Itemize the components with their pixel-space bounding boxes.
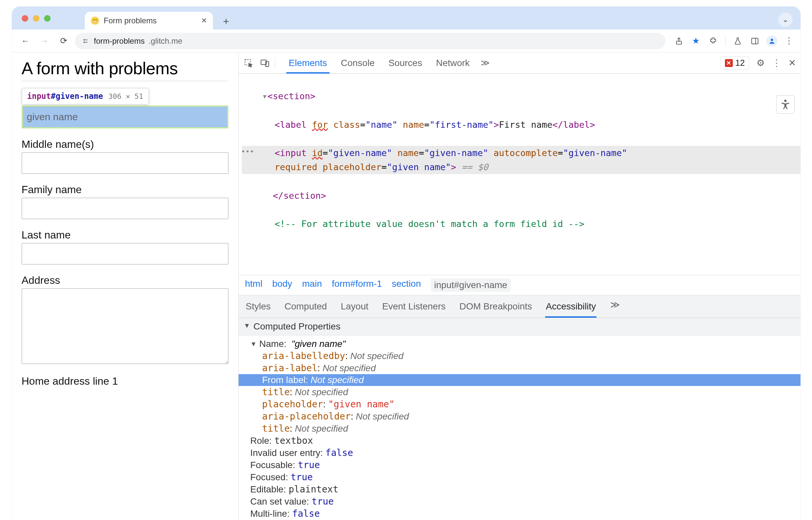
- window-controls: [22, 15, 51, 22]
- back-button[interactable]: ←: [18, 33, 33, 49]
- error-count-badge[interactable]: ✕ 12: [721, 56, 749, 70]
- side-panel-icon[interactable]: [749, 35, 760, 47]
- selected-dom-node[interactable]: •••<input id="given-name" name="given-na…: [242, 146, 801, 174]
- inspected-element-highlight: [22, 105, 228, 128]
- elements-subpanel-tabs: Styles Computed Layout Event Listeners D…: [238, 295, 801, 318]
- form-field-middle-name: Middle name(s): [22, 138, 228, 174]
- breadcrumb-item[interactable]: section: [392, 279, 421, 292]
- dom-breadcrumb: html body main form#form-1 section input…: [238, 275, 801, 295]
- form-field-family-name: Family name: [22, 184, 228, 219]
- profile-avatar[interactable]: [766, 35, 778, 47]
- browser-window: 😬 Form problems ✕ ＋ ⌄ ← → ⟳ form-problem…: [12, 6, 801, 520]
- family-name-label: Family name: [22, 184, 228, 196]
- tab-console[interactable]: Console: [338, 54, 377, 72]
- minimize-window-button[interactable]: [33, 15, 40, 22]
- address-bar[interactable]: form-problems.glitch.me: [75, 33, 665, 49]
- breadcrumb-item[interactable]: main: [302, 279, 322, 292]
- acc-section-header[interactable]: ▼ Computed Properties: [238, 318, 801, 335]
- subtabs-overflow-icon[interactable]: ≫: [610, 299, 620, 314]
- address-label: Address: [22, 274, 228, 286]
- browser-tab[interactable]: 😬 Form problems ✕: [85, 12, 213, 30]
- middle-name-label: Middle name(s): [22, 138, 228, 151]
- form-field-home-line-1: Home address line 1: [22, 375, 228, 387]
- home-line-1-label: Home address line 1: [22, 375, 228, 387]
- elements-dom-tree[interactable]: ▾<section> <label for class="name" name=…: [238, 74, 801, 275]
- close-tab-icon[interactable]: ✕: [201, 17, 207, 25]
- site-settings-icon[interactable]: [81, 37, 90, 45]
- url-rest: .glitch.me: [149, 36, 182, 46]
- device-toolbar-icon[interactable]: [260, 58, 270, 68]
- devtools-kebab-icon[interactable]: ⋮: [772, 57, 781, 68]
- code-section-close: </section>: [273, 190, 326, 201]
- url-host: form-problems: [94, 36, 145, 46]
- form-field-address: Address: [22, 274, 228, 365]
- tab-elements[interactable]: Elements: [286, 54, 330, 74]
- page-content-pane: A form with problems input#given-name 30…: [12, 53, 238, 520]
- error-count-value: 12: [735, 58, 745, 68]
- acc-name-row[interactable]: ▼ Name: "given name": [238, 338, 801, 350]
- accessibility-toggle-icon[interactable]: [776, 95, 794, 114]
- titlebar: 😬 Form problems ✕ ＋ ⌄: [12, 6, 801, 30]
- subtab-event-listeners[interactable]: Event Listeners: [382, 299, 446, 314]
- maximize-window-button[interactable]: [44, 15, 51, 22]
- tooltip-selector: #given-name: [51, 92, 103, 101]
- inspect-element-icon[interactable]: [243, 58, 254, 68]
- svg-point-1: [84, 42, 85, 43]
- kebab-menu-icon[interactable]: ⋮: [783, 35, 794, 47]
- subtab-accessibility[interactable]: Accessibility: [545, 299, 597, 318]
- family-name-input[interactable]: [22, 198, 228, 219]
- forward-button[interactable]: →: [37, 33, 53, 49]
- disclosure-triangle-icon[interactable]: ▼: [244, 322, 250, 330]
- share-icon[interactable]: [673, 35, 685, 47]
- tab-favicon: 😬: [91, 17, 99, 25]
- new-tab-button[interactable]: ＋: [219, 14, 233, 28]
- breadcrumb-item[interactable]: body: [272, 279, 292, 292]
- tab-strip: 😬 Form problems ✕ ＋: [85, 6, 233, 30]
- acc-section-title: Computed Properties: [253, 321, 340, 332]
- code-section-open: <section>: [268, 91, 315, 101]
- tooltip-tagname: input: [27, 92, 51, 101]
- devtools-settings-icon[interactable]: ⚙: [757, 57, 765, 68]
- close-window-button[interactable]: [22, 15, 28, 22]
- form-field-last-name: Last name: [22, 229, 228, 264]
- labs-icon[interactable]: [732, 35, 743, 47]
- page-title: A form with problems: [22, 58, 228, 81]
- breadcrumb-item[interactable]: html: [245, 279, 262, 292]
- subtab-dom-breakpoints[interactable]: DOM Breakpoints: [459, 299, 533, 314]
- first-name-input[interactable]: [23, 107, 227, 127]
- devtools-close-icon[interactable]: ✕: [788, 57, 796, 68]
- error-icon: ✕: [725, 59, 733, 67]
- acc-highlighted-row[interactable]: From label: Not specified: [238, 374, 801, 386]
- last-name-input[interactable]: [22, 243, 228, 264]
- subtab-layout[interactable]: Layout: [340, 299, 369, 314]
- subtab-styles[interactable]: Styles: [245, 299, 272, 314]
- breadcrumb-item-active[interactable]: input#given-name: [431, 279, 511, 292]
- svg-point-8: [784, 100, 786, 102]
- devtools-pane: Elements Console Sources Network ≫ ✕ 12 …: [238, 53, 801, 520]
- tab-sources[interactable]: Sources: [386, 54, 425, 72]
- code-comment: <!-- For attribute value doesn't match a…: [275, 219, 585, 229]
- disclosure-triangle-icon[interactable]: ▼: [250, 340, 257, 348]
- tabs-overflow-icon[interactable]: ≫: [481, 58, 490, 68]
- tabs-dropdown-button[interactable]: ⌄: [778, 12, 793, 27]
- tab-network[interactable]: Network: [433, 54, 473, 72]
- tooltip-dimensions: 306 × 51: [108, 92, 143, 101]
- toolbar-divider: [725, 36, 726, 46]
- last-name-label: Last name: [22, 229, 228, 241]
- extensions-icon[interactable]: [708, 35, 719, 47]
- toolbar: ← → ⟳ form-problems.glitch.me ★: [12, 30, 801, 53]
- bookmark-star-icon[interactable]: ★: [690, 35, 702, 47]
- svg-rect-3: [752, 38, 758, 44]
- subtab-computed[interactable]: Computed: [284, 299, 328, 314]
- acc-computed-properties: ▼ Name: "given name" aria-labelledby: No…: [238, 335, 801, 520]
- ellipsis-icon[interactable]: •••: [241, 146, 254, 157]
- address-textarea[interactable]: [22, 288, 228, 364]
- reload-button[interactable]: ⟳: [56, 33, 72, 49]
- inspect-tooltip: input#given-name 306 × 51: [22, 88, 149, 104]
- devtools-tabbar: Elements Console Sources Network ≫ ✕ 12 …: [238, 53, 801, 74]
- svg-point-0: [84, 39, 85, 40]
- middle-name-input[interactable]: [22, 152, 228, 174]
- toolbar-actions: ★ ⋮: [673, 35, 794, 47]
- content-area: A form with problems input#given-name 30…: [12, 53, 801, 520]
- breadcrumb-item[interactable]: form#form-1: [332, 279, 382, 292]
